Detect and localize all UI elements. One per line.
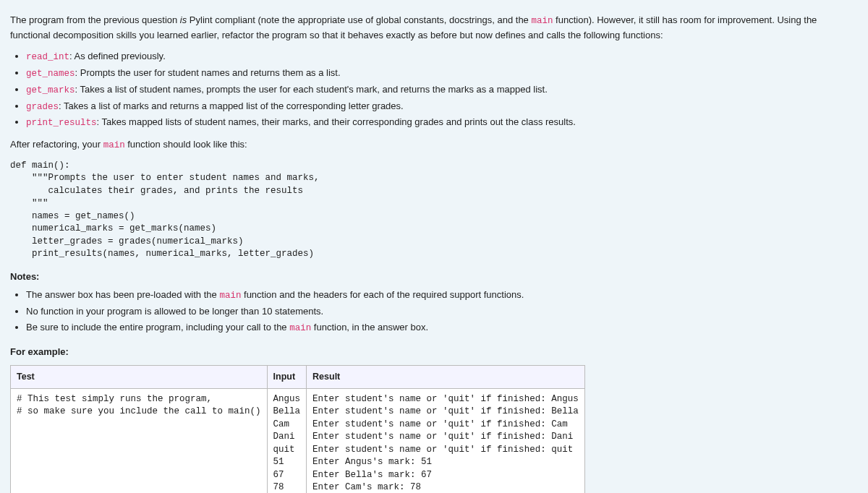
func-name: print_results [26,118,97,128]
table-header-row: Test Input Result [11,365,585,388]
note-text: No function in your program is allowed t… [26,306,323,317]
func-name: grades [26,102,59,112]
func-desc: : Prompts the user for student names and… [75,67,341,78]
func-desc: : Takes a list of student names, prompts… [75,84,548,95]
after-refactor-paragraph: After refactoring, your main function sh… [10,137,858,153]
list-item: Be sure to include the entire program, i… [26,320,858,335]
after-refactor-post: function should look like this: [125,139,247,150]
function-list: read_int: As defined previously. get_nam… [10,49,858,130]
func-name: get_marks [26,85,75,95]
inline-code-main: main [289,323,311,333]
table-row: # This test simply runs the program, # s… [11,388,585,493]
after-refactor-pre: After refactoring, your [10,139,103,150]
table-cell-result: Enter student's name or 'quit' if finish… [307,388,585,493]
table-cell-test: # This test simply runs the program, # s… [11,388,268,493]
list-item: No function in your program is allowed t… [26,304,858,319]
intro-text-pre: The program from the previous question [10,14,180,25]
example-table: Test Input Result # This test simply run… [10,365,585,493]
list-item: print_results: Takes mapped lists of stu… [26,115,858,130]
func-desc: : Takes mapped lists of student names, t… [97,116,576,127]
example-heading: For example: [10,345,858,359]
inline-code-main: main [219,291,241,301]
notes-heading: Notes: [10,270,858,284]
test-code: # This test simply runs the program, # s… [17,393,261,419]
table-cell-input: Angus Bella Cam Dani quit 51 67 78 94 [267,388,307,493]
result-text: Enter student's name or 'quit' if finish… [312,393,579,494]
note-text-post: function and the headers for each of the… [241,289,524,300]
note-text-pre: The answer box has been pre-loaded with … [26,289,219,300]
func-name: get_names [26,69,75,79]
list-item: get_marks: Takes a list of student names… [26,82,858,98]
note-text-pre: Be sure to include the entire program, i… [26,322,289,333]
inline-code-main: main [103,140,125,150]
code-block-main: def main(): """Prompts the user to enter… [10,160,858,261]
list-item: read_int: As defined previously. [26,49,858,64]
inline-code-main: main [531,16,553,26]
notes-list: The answer box has been pre-loaded with … [10,288,858,335]
list-item: grades: Takes a list of marks and return… [26,99,858,114]
list-item: get_names: Prompts the user for student … [26,66,858,81]
question-content: The program from the previous question i… [10,13,858,493]
table-header-input: Input [267,365,307,388]
intro-paragraph: The program from the previous question i… [10,13,858,42]
intro-italic: is [180,14,187,25]
func-desc: : Takes a list of marks and returns a ma… [59,100,404,111]
table-header-result: Result [307,365,585,388]
list-item: The answer box has been pre-loaded with … [26,288,858,303]
intro-text-post1: Pylint compliant (note the appropriate u… [187,14,531,25]
table-header-test: Test [11,365,268,388]
input-text: Angus Bella Cam Dani quit 51 67 78 94 [273,393,301,494]
func-desc: : As defined previously. [69,51,166,61]
note-text-post: function, in the answer box. [311,322,428,333]
func-name: read_int [26,52,69,62]
